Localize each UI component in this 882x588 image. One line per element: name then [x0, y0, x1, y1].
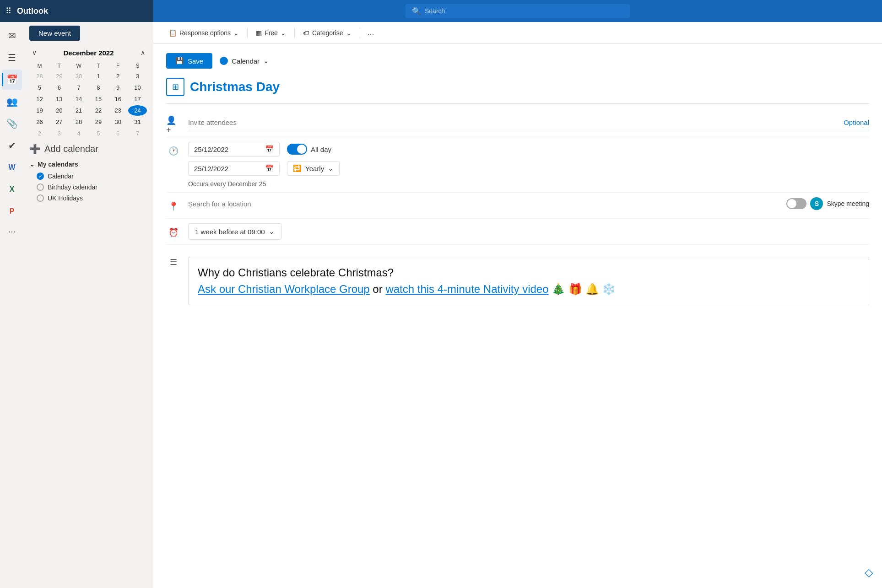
end-date-field[interactable]: 25/12/2022 📅	[188, 161, 280, 176]
sidebar-icon-rail: ✉ ☰ 📅 👥 📎 ✔ W X P ···	[0, 22, 24, 588]
end-date-value: 25/12/2022	[194, 165, 228, 173]
sidebar-icon-people[interactable]: 👥	[2, 92, 22, 112]
cal-day-29-prev[interactable]: 29	[50, 71, 69, 81]
add-calendar-row[interactable]: ➕ Add calendar	[29, 140, 148, 158]
apps-grid-icon[interactable]: ⠿	[5, 6, 11, 16]
save-button[interactable]: 💾 Save	[166, 53, 212, 69]
diamond-icon[interactable]: ◇	[865, 566, 873, 579]
sidebar-icon-calendar[interactable]: 📅	[2, 70, 22, 90]
search-input[interactable]	[425, 7, 623, 15]
free-button[interactable]: ▦ Free ⌄	[251, 27, 291, 39]
location-input[interactable]	[188, 197, 779, 210]
reminder-chevron-icon: ⌄	[269, 227, 275, 236]
sidebar-icon-hamburger[interactable]: ☰	[2, 48, 22, 68]
cal-day-31[interactable]: 31	[128, 117, 147, 127]
body-link-1[interactable]: Ask our Christian Workplace Group	[198, 283, 370, 295]
cal-day-17[interactable]: 17	[128, 94, 147, 104]
cal-day-9[interactable]: 9	[108, 82, 127, 93]
add-calendar-label: Add calendar	[44, 144, 98, 154]
cal-day-29[interactable]: 29	[89, 117, 108, 127]
body-emojis: 🎄 🎁 🔔 ❄️	[549, 283, 616, 295]
cal-day-13[interactable]: 13	[50, 94, 69, 104]
cal-day-5-next[interactable]: 5	[89, 128, 108, 139]
attendee-input[interactable]	[188, 116, 838, 129]
response-options-label: Response options	[179, 29, 231, 37]
cal-day-7-next[interactable]: 7	[128, 128, 147, 139]
cal-day-1[interactable]: 1	[89, 71, 108, 81]
skype-toggle[interactable]	[786, 198, 806, 209]
calendar-item-birthday[interactable]: Birthday calendar	[29, 182, 148, 193]
reminder-button[interactable]: 1 week before at 09:00 ⌄	[188, 223, 281, 240]
sidebar-icon-mail[interactable]: ✉	[2, 26, 22, 46]
calendar-item-main[interactable]: ✓ Calendar	[29, 171, 148, 182]
cal-day-26[interactable]: 26	[30, 117, 49, 127]
calendar-dot-filled: ✓	[37, 173, 44, 180]
next-month-button[interactable]: ∧	[138, 48, 148, 57]
calendar-item-uk-holidays[interactable]: UK Holidays	[29, 193, 148, 204]
response-options-button[interactable]: 📋 Response options ⌄	[164, 27, 243, 39]
cal-day-2[interactable]: 2	[108, 71, 127, 81]
search-bar[interactable]: 🔍	[406, 4, 630, 18]
response-options-icon: 📋	[169, 29, 177, 37]
cal-day-28[interactable]: 28	[70, 117, 88, 127]
cal-day-3-next[interactable]: 3	[50, 128, 69, 139]
cal-day-8[interactable]: 8	[89, 82, 108, 93]
cal-day-6[interactable]: 6	[50, 82, 69, 93]
sidebar-icon-excel[interactable]: X	[2, 179, 22, 200]
body-link-2[interactable]: watch this 4-minute Nativity video	[385, 283, 548, 295]
sidebar-icon-powerpoint[interactable]: P	[2, 201, 22, 221]
toggle-knob	[297, 145, 306, 154]
cal-day-7[interactable]: 7	[70, 82, 88, 93]
cal-day-12[interactable]: 12	[30, 94, 49, 104]
day-header-w: W	[70, 62, 88, 70]
cal-day-3[interactable]: 3	[128, 71, 147, 81]
recurrence-button[interactable]: 🔁 Yearly ⌄	[287, 161, 340, 176]
attendees-icon: 👤+	[166, 118, 181, 132]
cal-day-23[interactable]: 23	[108, 105, 127, 116]
start-date-value: 25/12/2022	[194, 146, 228, 153]
cal-day-22[interactable]: 22	[89, 105, 108, 116]
start-date-field[interactable]: 25/12/2022 📅	[188, 142, 280, 156]
all-day-toggle[interactable]: All day	[287, 144, 331, 155]
cal-day-24[interactable]: 24	[128, 105, 147, 116]
categorise-chevron-icon: ⌄	[346, 29, 352, 37]
all-day-switch[interactable]	[287, 144, 307, 155]
cal-day-30[interactable]: 30	[108, 117, 127, 127]
calendar-dot-empty-birthday	[37, 183, 44, 191]
free-chevron-icon: ⌄	[281, 29, 286, 37]
location-icon: 📍	[166, 199, 181, 214]
cal-day-27[interactable]: 27	[50, 117, 69, 127]
my-calendars-header[interactable]: ⌄ My calendars	[29, 158, 148, 171]
calendar-selector[interactable]: Calendar ⌄	[220, 57, 269, 65]
optional-link[interactable]: Optional	[844, 119, 869, 126]
sidebar-icon-more[interactable]: ···	[8, 223, 16, 239]
sidebar-icon-tasks[interactable]: ✔	[2, 135, 22, 156]
cal-day-30-prev[interactable]: 30	[70, 71, 88, 81]
body-area[interactable]: Why do Christians celebrate Christmas? A…	[188, 257, 869, 305]
cal-day-10[interactable]: 10	[128, 82, 147, 93]
sidebar-icon-word[interactable]: W	[2, 157, 22, 178]
cal-day-4-next[interactable]: 4	[70, 128, 88, 139]
prev-month-button[interactable]: ∨	[29, 48, 39, 57]
day-header-t2: T	[89, 62, 108, 70]
event-title-input[interactable]	[190, 80, 869, 94]
free-icon: ▦	[256, 29, 262, 37]
skype-label: Skype meeting	[827, 200, 869, 207]
new-event-button[interactable]: New event	[29, 26, 80, 41]
categorise-button[interactable]: 🏷 Categorise ⌄	[298, 27, 356, 39]
reminder-row: ⏰ 1 week before at 09:00 ⌄	[166, 219, 869, 245]
cal-day-5[interactable]: 5	[30, 82, 49, 93]
cal-day-28-prev[interactable]: 28	[30, 71, 49, 81]
toolbar-more-button[interactable]: ...	[364, 26, 378, 39]
cal-day-15[interactable]: 15	[89, 94, 108, 104]
sidebar-icon-attach[interactable]: 📎	[2, 113, 22, 134]
cal-day-20[interactable]: 20	[50, 105, 69, 116]
location-row: 📍 S Skype meeting	[166, 193, 869, 219]
cal-day-21[interactable]: 21	[70, 105, 88, 116]
cal-day-16[interactable]: 16	[108, 94, 127, 104]
cal-day-14[interactable]: 14	[70, 94, 88, 104]
my-calendars-label: My calendars	[38, 161, 78, 168]
cal-day-19[interactable]: 19	[30, 105, 49, 116]
cal-day-2-next[interactable]: 2	[30, 128, 49, 139]
cal-day-6-next[interactable]: 6	[108, 128, 127, 139]
